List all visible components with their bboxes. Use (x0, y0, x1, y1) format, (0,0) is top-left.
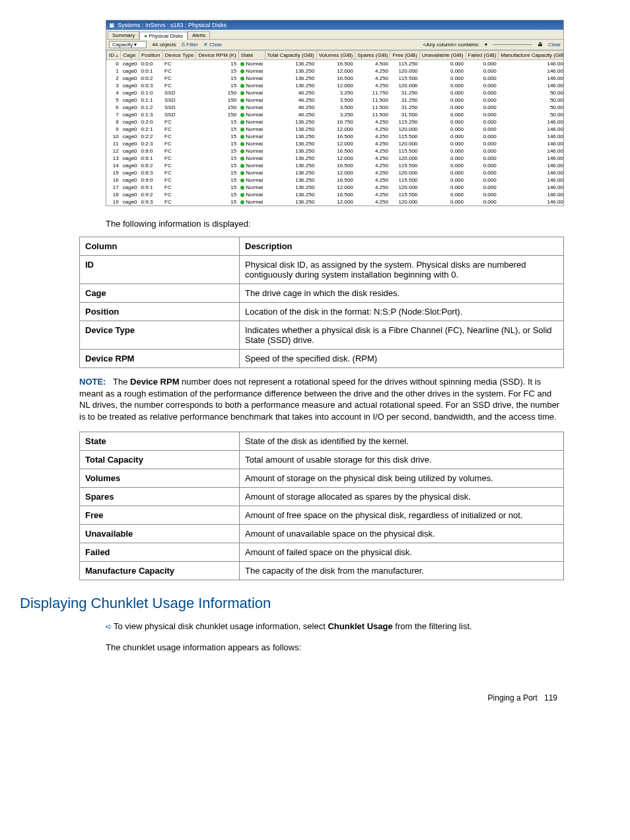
column-description: Amount of failed space on the physical d… (240, 543, 564, 562)
status-dot-icon (240, 98, 244, 102)
status-dot-icon (240, 149, 244, 153)
table-row[interactable]: 1cage00:0:1FC15Normal136.25012.0004.2501… (107, 67, 564, 75)
column-description: Location of the disk in the format: N:S:… (240, 303, 564, 321)
status-dot-icon (240, 164, 244, 168)
table-row: StateState of the disk as identified by … (80, 432, 564, 451)
table-row: VolumesAmount of storage on the physical… (80, 469, 564, 488)
window-title: Systems : InServs : s183 : Physical Disk… (118, 22, 227, 28)
table-row[interactable]: 8cage00:2:0FC15Normal136.25016.7504.2501… (107, 118, 564, 126)
status-dot-icon (240, 77, 244, 81)
followup-text: The chunklet usage information appears a… (106, 642, 564, 654)
table-row[interactable]: 6cage00:1:2SSD150Normal46.2503.50011.500… (107, 104, 564, 111)
column-description: Amount of storage allocated as spares by… (240, 488, 564, 506)
col-header-description: Description (240, 237, 564, 256)
table-row[interactable]: 0cage00:0:0FC15Normal136.25016.5004.5001… (107, 60, 564, 68)
grid-header[interactable]: Position (139, 51, 162, 60)
status-dot-icon (240, 171, 244, 175)
table-row[interactable]: 4cage00:1:0SSD150Normal46.2503.25011.750… (107, 89, 564, 96)
table-row[interactable]: 13cage00:8:1FC15Normal136.25012.0004.250… (107, 155, 564, 162)
grid-header[interactable]: Cage (121, 51, 139, 60)
column-name: Position (80, 303, 240, 321)
any-column-label: <Any column> contains: (423, 42, 479, 48)
table-row[interactable]: 14cage00:8:2FC15Normal136.25016.5004.250… (107, 162, 564, 169)
print-icon[interactable]: 🖶 (538, 42, 543, 48)
footer-page: 119 (544, 693, 557, 703)
status-dot-icon (240, 91, 244, 95)
capacity-dropdown[interactable]: Capacity ▾ (109, 41, 147, 48)
column-description: Physical disk ID, as assigned by the sys… (240, 256, 564, 284)
status-dot-icon (240, 186, 244, 190)
tab-alerts[interactable]: Alerts (188, 31, 210, 39)
column-description: Amount of storage on the physical disk b… (240, 469, 564, 488)
column-name: Device RPM (80, 350, 240, 368)
page-footer: Pinging a Port 119 (79, 693, 564, 703)
table-row[interactable]: 9cage00:2:1FC15Normal136.25012.0004.2501… (107, 126, 564, 133)
grid-header[interactable]: Device Type (162, 51, 196, 60)
status-dot-icon (240, 135, 244, 139)
section-heading: Displaying Chunklet Usage Information (20, 595, 564, 612)
physical-disks-screenshot: ▣ Systems : InServs : s183 : Physical Di… (106, 20, 564, 206)
note-label: NOTE: (79, 377, 106, 387)
table-row[interactable]: 19cage00:9:3FC15Normal136.25012.0004.250… (107, 198, 564, 206)
grid-header[interactable]: Total Capacity (GiB) (265, 51, 316, 60)
column-name: Cage (80, 284, 240, 303)
table-row[interactable]: 11cage00:2:3FC15Normal136.25012.0004.250… (107, 140, 564, 147)
footer-label: Pinging a Port (488, 693, 538, 703)
step-text: ➪To view physical disk chunklet usage in… (106, 621, 564, 632)
column-name: Free (80, 506, 240, 525)
table-row[interactable]: 3cage00:0:3FC15Normal136.25012.0004.2501… (107, 82, 564, 89)
column-description: State of the disk as identified by the k… (240, 432, 564, 451)
column-name: Volumes (80, 469, 240, 488)
column-name: ID (80, 256, 240, 284)
grid-header[interactable]: Volumes (GiB) (316, 51, 355, 60)
column-description: Speed of the specified disk. (RPM) (240, 350, 564, 368)
table-row[interactable]: 17cage00:9:1FC15Normal136.25012.0004.250… (107, 184, 564, 191)
grid-header[interactable]: Failed (GiB) (466, 51, 499, 60)
column-description: Total amount of usable storage for this … (240, 451, 564, 469)
table-row[interactable]: 12cage00:8:0FC15Normal136.25016.5004.250… (107, 147, 564, 155)
table-row[interactable]: 15cage00:8:3FC15Normal136.25012.0004.250… (107, 169, 564, 176)
window-icon: ▣ (109, 22, 115, 28)
grid-header[interactable]: Spares (GiB) (355, 51, 390, 60)
status-dot-icon (240, 193, 244, 197)
status-dot-icon (240, 113, 244, 117)
tab-physical-disks[interactable]: ● Physical Disks (139, 32, 188, 40)
table-row[interactable]: 16cage00:9:0FC15Normal136.25016.5004.250… (107, 176, 564, 184)
table-row: IDPhysical disk ID, as assigned by the s… (80, 256, 564, 284)
status-dot-icon (240, 120, 244, 124)
table-row[interactable]: 10cage00:2:2FC15Normal136.25016.5004.250… (107, 133, 564, 140)
grid-header[interactable]: Unavailable (GiB) (419, 51, 466, 60)
grid-header[interactable]: Manufacture Capacity (GiB) (499, 51, 563, 60)
column-name: Unavailable (80, 525, 240, 543)
table-row[interactable]: 2cage00:0:2FC15Normal136.25016.5004.2501… (107, 75, 564, 82)
table-row[interactable]: 18cage00:9:2FC15Normal136.25016.5004.250… (107, 191, 564, 198)
data-grid: ID ▵CagePositionDevice TypeDevice RPM (K… (106, 50, 563, 206)
column-name: State (80, 432, 240, 451)
column-description-table-2: StateState of the disk as identified by … (79, 432, 564, 580)
filter-link[interactable]: ⎙ Filter (182, 42, 198, 48)
intro-text: The following information is displayed: (106, 218, 564, 230)
filter-input[interactable] (493, 44, 532, 45)
clear2-link[interactable]: Clear (548, 42, 561, 48)
table-row: FailedAmount of failed space on the phys… (80, 543, 564, 562)
window-title-bar: ▣ Systems : InServs : s183 : Physical Di… (106, 20, 563, 30)
tab-summary[interactable]: Summary (108, 31, 139, 39)
table-row: CageThe drive cage in which the disk res… (80, 284, 564, 303)
column-description: Amount of unavailable space on the physi… (240, 525, 564, 543)
column-description: Amount of free space on the physical dis… (240, 506, 564, 525)
column-description: The drive cage in which the disk resides… (240, 284, 564, 303)
grid-header[interactable]: ID ▵ (107, 51, 121, 60)
table-row[interactable]: 7cage00:1:3SSD150Normal46.2503.25011.500… (107, 111, 564, 118)
status-dot-icon (240, 84, 244, 88)
any-column-dropdown-icon[interactable]: ▾ (485, 42, 487, 48)
column-name: Device Type (80, 321, 240, 350)
tab-bar: Summary ● Physical Disks Alerts (106, 30, 563, 40)
table-row[interactable]: 5cage00:1:1SSD150Normal46.2503.50011.500… (107, 96, 564, 104)
grid-header[interactable]: Free (GiB) (390, 51, 419, 60)
status-dot-icon (240, 142, 244, 146)
column-description: Indicates whether a physical disk is a F… (240, 321, 564, 350)
status-dot-icon (240, 178, 244, 182)
grid-header[interactable]: Device RPM (K) (196, 51, 238, 60)
grid-header[interactable]: State (238, 51, 265, 60)
clear-link[interactable]: ✕ Clear (203, 42, 222, 48)
